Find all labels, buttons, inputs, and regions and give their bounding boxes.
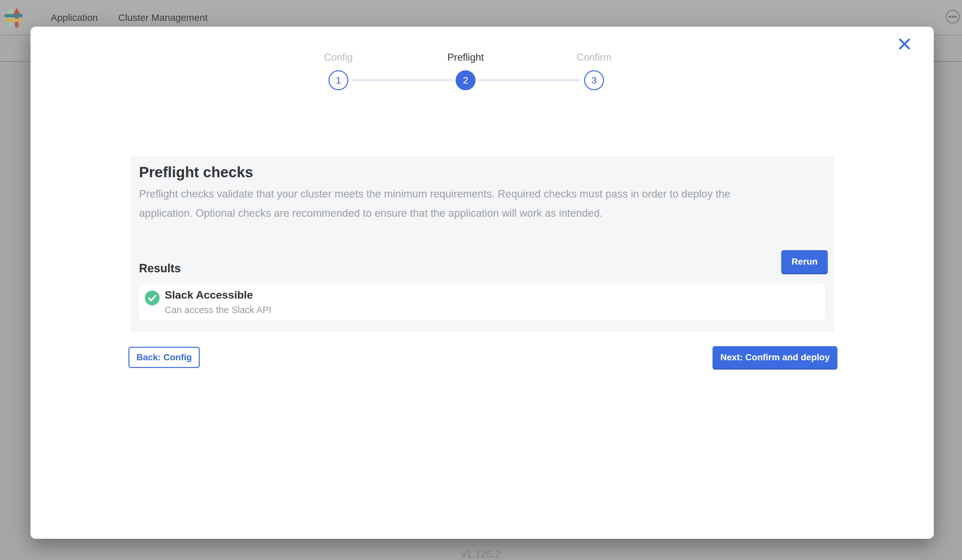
app-version: v1.125.2: [0, 549, 962, 560]
panel-description-line-1: Preflight checks validate that your clus…: [139, 188, 731, 200]
panel-description-line-2: application. Optional checks are recomme…: [139, 207, 603, 219]
step-circle-preflight: 2: [456, 70, 476, 90]
preflight-check-result-row: Slack Accessible Can access the Slack AP…: [139, 284, 825, 321]
step-label-config: Config: [324, 52, 353, 63]
back-config-button[interactable]: Back: Config: [128, 347, 200, 368]
ellipsis-menu-icon[interactable]: [945, 9, 960, 24]
preflight-wizard-modal: Config Preflight Confirm 1 2 3 Preflight…: [31, 27, 934, 539]
check-title: Slack Accessible: [165, 289, 253, 301]
preflight-panel: Preflight checks Preflight checks valida…: [130, 156, 834, 332]
close-icon[interactable]: [897, 37, 912, 51]
step-label-preflight: Preflight: [447, 52, 484, 63]
step-label-confirm: Confirm: [577, 52, 612, 63]
next-confirm-deploy-button[interactable]: Next: Confirm and deploy: [712, 346, 838, 369]
step-circle-config: 1: [328, 70, 349, 90]
app-logo-icon: [4, 5, 23, 29]
check-circle-icon: [145, 290, 160, 307]
step-circle-confirm: 3: [584, 70, 604, 90]
results-heading: Results: [139, 262, 181, 275]
check-detail: Can access the Slack API: [165, 305, 271, 315]
step-connector-line: [352, 79, 452, 81]
rerun-button[interactable]: Rerun: [781, 250, 828, 273]
panel-title: Preflight checks: [139, 163, 253, 181]
step-connector-line: [479, 79, 581, 81]
